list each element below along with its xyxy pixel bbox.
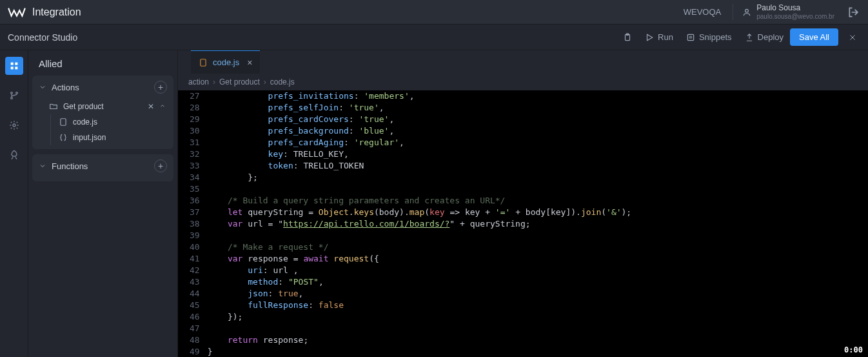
action-delete-icon[interactable]: ✕	[148, 102, 155, 111]
logo-section: Integration	[8, 6, 81, 18]
save-all-button[interactable]: Save All	[790, 28, 838, 46]
breadcrumb-item[interactable]: code.js	[270, 77, 295, 87]
deploy-button[interactable]: Deploy	[738, 28, 790, 46]
breadcrumb: action › Get product › code.js	[178, 74, 868, 90]
deploy-icon	[745, 33, 754, 42]
timestamp: 0:00	[844, 345, 863, 354]
folder-icon	[49, 102, 58, 111]
functions-title: Functions	[52, 161, 154, 171]
branch-icon	[9, 90, 19, 101]
svg-rect-13	[201, 59, 206, 66]
tenant-label: WEVOQA	[684, 7, 722, 17]
functions-panel: Functions +	[32, 154, 173, 181]
sidebar: Allied Actions + Get product ✕	[28, 50, 178, 357]
user-icon	[742, 8, 751, 17]
grid-icon	[9, 61, 19, 71]
code-lines[interactable]: prefs_invitations: 'members', prefs_self…	[208, 90, 868, 357]
gear-icon	[9, 120, 19, 130]
chevron-down-icon	[39, 83, 46, 91]
actions-title: Actions	[52, 83, 154, 92]
file-input-label: input.json	[73, 133, 106, 142]
toolbar: Connector Studio Run Snippets Deploy Sav…	[0, 25, 868, 50]
action-item-label: Get product	[63, 102, 104, 111]
snippets-button[interactable]: Snippets	[680, 28, 738, 46]
user-block[interactable]: Paulo Sousa paulo.sousa@wevo.com.br	[733, 4, 834, 19]
app-title: Integration	[32, 6, 81, 18]
save-all-label: Save All	[799, 32, 829, 42]
breadcrumb-sep: ›	[213, 77, 215, 87]
svg-rect-6	[10, 66, 13, 69]
line-gutter: 2728293031323334353637383940414243444546…	[178, 90, 208, 357]
snippets-label: Snippets	[699, 32, 732, 42]
svg-point-10	[10, 97, 12, 99]
breadcrumb-sep: ›	[264, 77, 266, 87]
functions-panel-header[interactable]: Functions +	[32, 154, 173, 178]
chevron-up-icon	[159, 103, 166, 109]
topbar: Integration WEVOQA Paulo Sousa paulo.sou…	[0, 0, 868, 25]
breadcrumb-item[interactable]: action	[188, 77, 209, 87]
tab-label: code.js	[213, 57, 239, 67]
svg-rect-5	[15, 63, 17, 65]
chevron-down-icon	[39, 162, 46, 170]
app-logo-icon	[8, 6, 26, 18]
user-email: paulo.sousa@wevo.com.br	[756, 13, 834, 20]
file-input-json[interactable]: input.json	[59, 130, 173, 145]
logout-icon[interactable]	[847, 6, 860, 19]
rail-item-home[interactable]	[5, 57, 23, 75]
clipboard-icon	[623, 33, 632, 42]
file-code-js[interactable]: code.js	[59, 114, 173, 130]
clipboard-button[interactable]	[616, 29, 638, 46]
nav-rail	[0, 50, 28, 357]
code-editor[interactable]: 2728293031323334353637383940414243444546…	[178, 90, 868, 357]
toolbar-title: Connector Studio	[8, 32, 77, 43]
deploy-label: Deploy	[758, 32, 784, 42]
svg-rect-12	[61, 119, 66, 126]
snippets-icon	[686, 33, 695, 42]
rail-item-launch[interactable]	[5, 146, 23, 164]
close-icon	[849, 34, 856, 41]
svg-point-9	[15, 92, 17, 94]
file-code-label: code.js	[73, 117, 97, 127]
user-name: Paulo Sousa	[756, 4, 834, 12]
actions-panel-header[interactable]: Actions +	[32, 76, 173, 99]
svg-rect-7	[15, 66, 17, 69]
close-button[interactable]	[845, 30, 860, 45]
tab-close-button[interactable]: ×	[247, 57, 252, 68]
add-function-button[interactable]: +	[154, 159, 167, 172]
js-file-icon	[59, 117, 68, 127]
editor-area: code.js × action › Get product › code.js…	[178, 50, 868, 357]
action-item[interactable]: Get product ✕	[32, 99, 173, 114]
run-button[interactable]: Run	[638, 28, 680, 46]
json-file-icon	[59, 133, 68, 142]
tabs-row: code.js ×	[178, 50, 868, 74]
add-action-button[interactable]: +	[154, 81, 167, 94]
svg-point-11	[13, 124, 15, 127]
svg-rect-4	[10, 63, 13, 65]
play-icon	[645, 33, 654, 42]
project-name: Allied	[32, 50, 173, 76]
rail-item-settings[interactable]	[5, 116, 23, 134]
run-label: Run	[658, 32, 673, 42]
svg-point-8	[10, 92, 12, 94]
rail-item-branches[interactable]	[5, 87, 23, 105]
breadcrumb-item[interactable]: Get product	[219, 77, 260, 87]
rocket-icon	[9, 150, 19, 160]
tab-code-js[interactable]: code.js ×	[191, 50, 260, 74]
action-collapse-icon[interactable]	[159, 102, 167, 111]
actions-panel: Actions + Get product ✕ code.js	[32, 76, 173, 149]
svg-point-0	[745, 9, 749, 12]
js-file-icon	[199, 58, 208, 67]
